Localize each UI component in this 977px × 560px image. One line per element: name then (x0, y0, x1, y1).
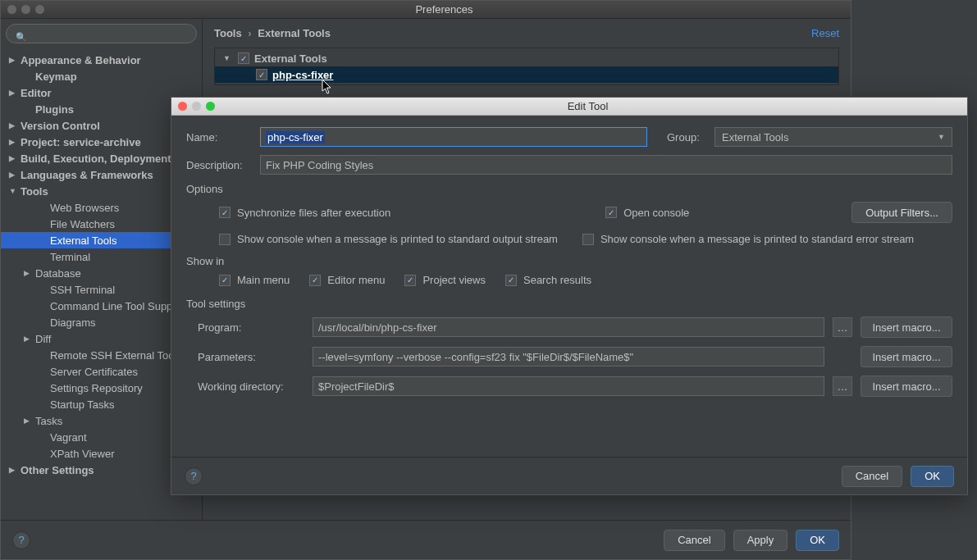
sidebar-item-label: Plugins (35, 103, 74, 116)
chevron-right-icon[interactable]: ▶ (9, 154, 19, 162)
external-tool-item-row[interactable]: php-cs-fixer (215, 66, 838, 83)
group-select[interactable]: External Tools ▼ (714, 127, 952, 147)
program-input[interactable] (313, 317, 824, 337)
preferences-title: Preferences (44, 3, 844, 16)
sidebar-item-label: Appearance & Behavior (21, 54, 141, 66)
parameters-insert-macro-button[interactable]: Insert macro... (861, 346, 952, 367)
sidebar-item-label: Tools (21, 185, 48, 198)
minimize-dialog-icon (192, 102, 201, 111)
close-window-icon[interactable] (7, 5, 16, 14)
preferences-search-input[interactable] (6, 24, 197, 43)
chevron-right-icon[interactable]: ▶ (9, 466, 19, 474)
main-menu-checkbox[interactable] (219, 275, 231, 286)
minimize-window-icon[interactable] (21, 5, 30, 14)
sidebar-item-label: Other Settings (21, 464, 94, 476)
apply-button[interactable]: Apply (733, 530, 788, 551)
sidebar-item-label: Database (35, 267, 81, 280)
stdout-checkbox[interactable] (219, 234, 231, 245)
name-label: Name: (186, 131, 252, 143)
parameters-input[interactable] (313, 347, 824, 367)
working-dir-label: Working directory: (198, 380, 304, 393)
breadcrumb-separator: › (248, 27, 251, 39)
stderr-checkbox[interactable] (582, 234, 594, 245)
search-results-checkbox[interactable] (505, 275, 517, 286)
editor-menu-label: Editor menu (327, 274, 385, 286)
sidebar-item-label: Server Certificates (50, 366, 138, 378)
program-browse-button[interactable]: … (833, 317, 852, 337)
window-controls[interactable] (7, 5, 44, 14)
chevron-right-icon[interactable]: ▶ (9, 171, 19, 179)
chevron-right-icon[interactable]: ▶ (9, 138, 19, 146)
preferences-footer: ? Cancel Apply OK (1, 520, 851, 559)
sidebar-item-label: Tasks (35, 415, 62, 427)
group-label: Group: (667, 131, 706, 143)
working-dir-input[interactable] (313, 376, 824, 396)
reset-link[interactable]: Reset (811, 27, 839, 39)
open-console-checkbox[interactable] (605, 207, 617, 218)
tool-label: php-cs-fixer (272, 69, 333, 81)
search-results-label: Search results (523, 274, 591, 286)
group-checkbox[interactable] (238, 52, 249, 64)
synchronize-label: Synchronize files after execution (237, 207, 390, 219)
chevron-right-icon[interactable]: ▶ (24, 269, 34, 277)
synchronize-checkbox[interactable] (219, 207, 231, 218)
description-input[interactable] (260, 155, 952, 175)
program-label: Program: (198, 321, 304, 334)
search-icon: 🔍 (16, 32, 27, 43)
external-tools-group-row[interactable]: ▼ External Tools (215, 50, 838, 66)
show-in-section-label: Show in (186, 255, 952, 267)
help-icon[interactable]: ? (12, 531, 30, 549)
sidebar-item-label: Command Line Tool Support (50, 300, 185, 312)
chevron-right-icon[interactable]: ▶ (24, 417, 34, 425)
zoom-window-icon[interactable] (35, 5, 44, 14)
sidebar-item-label: File Watchers (50, 218, 115, 230)
program-insert-macro-button[interactable]: Insert macro... (861, 316, 952, 338)
sidebar-item-label: Vagrant (50, 431, 87, 444)
sidebar-item-label: Diagrams (50, 316, 96, 329)
description-label: Description: (186, 159, 252, 171)
sidebar-item-label: Startup Tasks (50, 398, 115, 411)
sidebar-item[interactable]: ▶Appearance & Behavior (1, 52, 202, 68)
zoom-dialog-icon[interactable] (206, 102, 215, 111)
sidebar-item-label: Build, Execution, Deployment (21, 153, 171, 165)
chevron-right-icon[interactable]: ▶ (24, 335, 34, 343)
dialog-ok-button[interactable]: OK (911, 466, 954, 487)
sidebar-item-label: Project: service-archive (21, 136, 141, 148)
name-value: php-cs-fixer (266, 131, 325, 143)
ok-button[interactable]: OK (796, 530, 839, 551)
parameters-label: Parameters: (198, 351, 304, 363)
chevron-down-icon: ▼ (938, 133, 945, 141)
options-section-label: Options (186, 183, 952, 195)
sidebar-item-label: Version Control (21, 120, 100, 132)
chevron-right-icon[interactable]: ▶ (9, 89, 19, 97)
cancel-button[interactable]: Cancel (664, 530, 724, 551)
breadcrumb: Tools › External Tools (214, 27, 331, 39)
edit-tool-footer: ? Cancel OK (171, 457, 967, 494)
chevron-down-icon[interactable]: ▼ (9, 187, 19, 195)
sidebar-item-label: Web Browsers (50, 202, 119, 214)
edit-tool-title: Edit Tool (215, 100, 961, 112)
chevron-right-icon[interactable]: ▶ (9, 56, 19, 64)
sidebar-item-label: Keymap (35, 71, 77, 83)
working-dir-insert-macro-button[interactable]: Insert macro... (861, 376, 952, 397)
dialog-cancel-button[interactable]: Cancel (842, 466, 902, 487)
external-tools-tree[interactable]: ▼ External Tools php-cs-fixer (214, 48, 839, 85)
chevron-down-icon[interactable]: ▼ (223, 54, 233, 62)
sidebar-item[interactable]: Keymap (1, 68, 202, 84)
tool-settings-section-label: Tool settings (186, 298, 952, 310)
output-filters-button[interactable]: Output Filters... (851, 202, 952, 223)
breadcrumb-part[interactable]: Tools (214, 27, 242, 39)
tool-checkbox[interactable] (256, 69, 267, 80)
main-menu-label: Main menu (237, 274, 290, 286)
group-value: External Tools (722, 131, 788, 143)
working-dir-browse-button[interactable]: … (833, 376, 852, 396)
chevron-right-icon[interactable]: ▶ (9, 121, 19, 130)
close-dialog-icon[interactable] (178, 102, 187, 111)
stderr-label: Show console when a message is printed t… (600, 233, 914, 245)
dialog-window-controls[interactable] (178, 102, 215, 111)
sidebar-item-label: Editor (21, 87, 52, 99)
editor-menu-checkbox[interactable] (309, 275, 321, 286)
dialog-help-icon[interactable]: ? (185, 467, 203, 485)
name-input[interactable]: php-cs-fixer (260, 127, 647, 147)
project-views-checkbox[interactable] (404, 275, 416, 286)
